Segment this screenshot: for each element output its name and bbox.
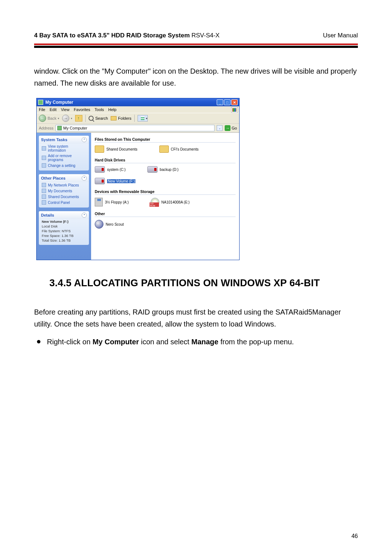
window-titlebar[interactable]: My Computer _ □ ✕ [37, 98, 239, 106]
add-remove-icon [42, 156, 46, 160]
folders-icon [111, 116, 117, 120]
details-title: Details [41, 213, 54, 217]
place-shared-docs[interactable]: Shared Documents [39, 194, 89, 200]
bullet-dot: ● [36, 336, 41, 348]
control-panel-icon [42, 200, 46, 205]
section-removable: Devices with Removable Storage [95, 189, 236, 195]
page-number: 46 [351, 533, 358, 539]
search-icon [89, 116, 94, 121]
menu-view[interactable]: View [61, 107, 70, 112]
cd-icon [151, 198, 159, 206]
task-add-remove[interactable]: Add or remove programs [39, 153, 89, 163]
folder-icon [42, 189, 46, 193]
chevron-up-icon[interactable]: ⌃ [82, 176, 87, 181]
menu-edit[interactable]: Edit [50, 107, 57, 112]
toolbar: ←Back▾ →▾ Search Folders [37, 113, 239, 124]
place-network[interactable]: My Network Places [39, 182, 89, 188]
detail-name: New Volume (F:) [39, 219, 89, 224]
sidebar: System Tasks⌃ View system information Ad… [37, 133, 91, 260]
explorer-content: Files Stored on This Computer Shared Doc… [91, 133, 239, 260]
go-icon: → [225, 125, 230, 131]
back-button[interactable]: ←Back▾ [39, 115, 59, 122]
product-title: 4 Bay SATA to eSATA 3.5" HDD RAID Storag… [34, 32, 190, 39]
hdd-icon [147, 166, 158, 173]
app-icon [38, 100, 43, 105]
detail-fs: File System: NTFS [39, 229, 89, 233]
folder-icon [159, 145, 169, 153]
search-button[interactable]: Search [89, 116, 108, 121]
section-files-stored: Files Stored on This Computer [95, 137, 236, 143]
item-cfi-docs[interactable]: CFI's Documents [159, 145, 199, 153]
forward-button[interactable]: →▾ [62, 115, 72, 122]
address-value: My Computer [63, 126, 87, 130]
menu-file[interactable]: File [39, 107, 45, 112]
address-field[interactable]: My Computer [56, 125, 215, 131]
drive-c[interactable]: system (C:) [95, 166, 126, 173]
menu-tools[interactable]: Tools [95, 107, 104, 112]
throbber-icon [231, 107, 238, 113]
other-places-title: Other Places [41, 176, 65, 180]
chevron-up-icon[interactable]: ⌃ [82, 213, 87, 218]
drive-f-selected[interactable]: New Volume (F:) [95, 178, 135, 184]
paragraph-before-creating: Before creating any partitions, RAID gro… [34, 306, 358, 330]
folder-icon [42, 194, 46, 199]
header-left: 4 Bay SATA to eSATA 3.5" HDD RAID Storag… [34, 32, 220, 39]
address-dropdown[interactable]: ⌄ [217, 125, 222, 131]
detail-total: Total Size: 1.36 TB [39, 238, 89, 243]
hdd-icon [95, 166, 105, 173]
nero-scout[interactable]: Nero Scout [95, 220, 124, 229]
header-right: User Manual [323, 32, 358, 39]
page-header: 4 Bay SATA to eSATA 3.5" HDD RAID Storag… [34, 32, 358, 43]
menu-help[interactable]: Help [108, 107, 117, 112]
maximize-button[interactable]: □ [224, 99, 230, 105]
settings-icon [42, 163, 46, 168]
hdd-icon [95, 178, 105, 184]
detail-free: Free Space: 1.36 TB [39, 233, 89, 238]
folder-icon [95, 145, 104, 153]
red-rule [34, 44, 358, 45]
chevron-up-icon[interactable]: ⌃ [82, 137, 87, 142]
menu-bar: File Edit View Favorites Tools Help [37, 106, 239, 113]
task-view-info[interactable]: View system information [39, 144, 89, 153]
close-button[interactable]: ✕ [231, 99, 238, 105]
bullet-text: Right-click on My Computer icon and sele… [47, 336, 294, 348]
black-rule [34, 46, 358, 48]
section-hard-drives: Hard Disk Drives [95, 158, 236, 163]
product-model: RSV-S4-X [190, 32, 220, 39]
address-label: Address [39, 126, 53, 130]
intro-paragraph: window. Click on the "My Computer" icon … [34, 65, 358, 89]
nero-icon [95, 220, 103, 229]
toolbar-separator-2 [134, 115, 135, 122]
system-tasks-panel: System Tasks⌃ View system information Ad… [39, 136, 89, 171]
system-tasks-title: System Tasks [41, 138, 68, 142]
toolbar-separator [85, 115, 86, 122]
cd-drive-e[interactable]: NA1014008A (E:) [151, 198, 190, 206]
item-shared-docs[interactable]: Shared Documents [95, 145, 138, 153]
bullet-item: ● Right-click on My Computer icon and se… [36, 336, 358, 348]
place-my-docs[interactable]: My Documents [39, 188, 89, 194]
section-heading-345: 3.4.5 ALLOCATING PARTITIONS ON WINDOWS X… [49, 278, 358, 289]
network-icon [42, 183, 46, 187]
section-other: Other [95, 212, 236, 217]
details-panel: Details⌃ New Volume (F:) Local Disk File… [39, 211, 89, 245]
info-icon [42, 146, 46, 151]
window-title: My Computer [45, 100, 73, 105]
detail-type: Local Disk [39, 224, 89, 229]
floppy-icon [95, 198, 103, 206]
views-icon [141, 116, 144, 120]
address-icon [57, 126, 62, 130]
other-places-panel: Other Places⌃ My Network Places My Docum… [39, 174, 89, 208]
task-change-setting[interactable]: Change a setting [39, 163, 89, 168]
floppy-a[interactable]: 3½ Floppy (A:) [95, 198, 129, 206]
views-button[interactable] [138, 115, 148, 122]
my-computer-window: My Computer _ □ ✕ File Edit View Favorit… [36, 98, 240, 260]
place-control-panel[interactable]: Control Panel [39, 200, 89, 205]
minimize-button[interactable]: _ [217, 99, 223, 105]
menu-favorites[interactable]: Favorites [74, 107, 90, 112]
folders-button[interactable]: Folders [111, 116, 131, 120]
go-button[interactable]: →Go [225, 125, 237, 131]
address-bar: Address My Computer ⌄ →Go [37, 124, 239, 133]
drive-d[interactable]: backup (D:) [147, 166, 179, 173]
up-folder-button[interactable] [75, 115, 82, 122]
